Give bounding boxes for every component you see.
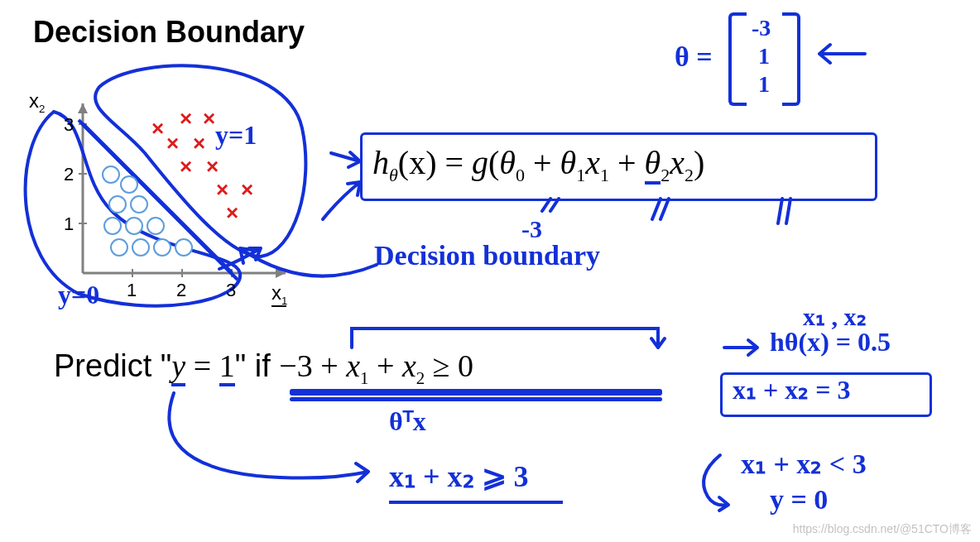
xtick-2: 2 (176, 280, 186, 301)
data-point-o (110, 238, 128, 257)
theta-v0: -3 (752, 15, 771, 41)
watermark: https://blog.csdn.net/@51CTO博客 (793, 522, 972, 537)
arrow-to-lt3 (691, 451, 741, 513)
arrow-to-theta (807, 33, 873, 74)
theta-label: θ = (675, 41, 713, 73)
slide-title: Decision Boundary (33, 15, 305, 50)
annot-minus3: -3 (521, 215, 542, 243)
data-point-x: × (226, 200, 238, 226)
annot-hhalf: hθ(x) = 0.5 (770, 327, 891, 357)
annot-y0b: y = 0 (770, 484, 828, 516)
data-point-o (108, 195, 127, 213)
data-point-x: × (180, 106, 192, 132)
data-point-o (175, 238, 193, 257)
bracket-over-ineq (343, 319, 675, 356)
data-point-x: × (216, 177, 228, 203)
arrow-to-hhalf (720, 331, 770, 364)
annot-eq3: x₁ + x₂ = 3 (733, 374, 850, 405)
underline-ge3 (389, 501, 563, 504)
annot-lt3: x₁ + x₂ < 3 (741, 447, 867, 480)
ytick-3: 3 (64, 114, 74, 136)
ytick-2: 2 (64, 164, 74, 185)
data-point-x: × (166, 131, 179, 156)
arrow-region (211, 240, 277, 281)
data-point-x: × (203, 106, 215, 132)
ytick-1: 1 (64, 213, 74, 235)
theta-v1: 1 (758, 43, 770, 70)
annot-ge3: x₁ + x₂ ⩾ 3 (389, 459, 529, 494)
data-point-x: × (241, 177, 253, 203)
data-point-o (153, 238, 171, 257)
annot-y1: y=1 (215, 120, 257, 151)
annot-theta-t-x: θᵀx (389, 405, 426, 437)
data-point-o (132, 238, 150, 257)
theta-bracket-right (782, 12, 800, 106)
data-point-x: × (151, 116, 164, 141)
theta-bracket-left (728, 12, 747, 106)
data-point-o (147, 217, 165, 235)
xtick-1: 1 (127, 280, 137, 301)
data-point-o (130, 195, 148, 213)
annot-decision-boundary: Decision boundary (374, 240, 600, 271)
arrow-to-ge3 (157, 389, 389, 488)
axis-label-y: x2 (29, 89, 45, 115)
data-point-x: × (180, 154, 192, 180)
data-point-x: × (206, 154, 219, 180)
theta-v2: 1 (758, 71, 770, 98)
hypothesis-box: hθ(x) = g(θ0 + θ1x1 + θ2x2) (364, 137, 873, 194)
data-point-o (120, 175, 138, 194)
data-point-x: × (193, 131, 205, 156)
annot-y0: y=0 (58, 280, 99, 310)
data-point-o (125, 217, 143, 235)
data-point-o (103, 217, 122, 235)
theta-pointers (538, 194, 803, 244)
arrow-to-box-2 (315, 174, 372, 232)
data-point-o (102, 165, 120, 184)
